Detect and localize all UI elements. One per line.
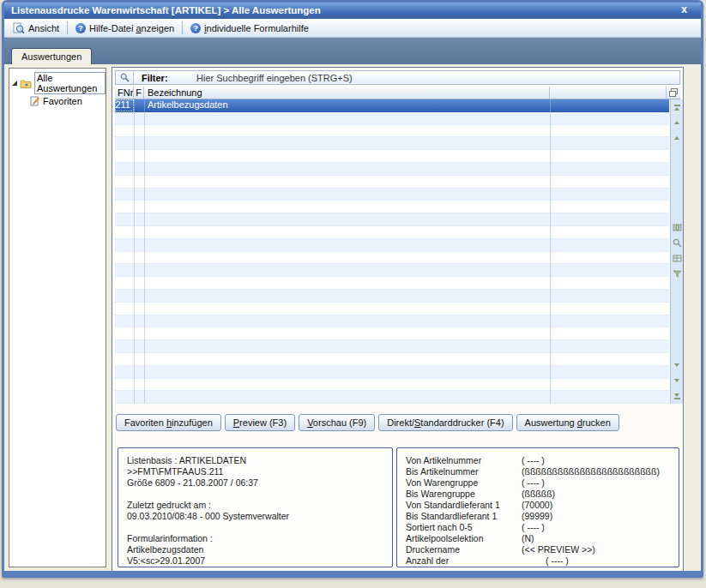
column-header-empty [550,87,667,99]
grid-body: 211 Artikelbezugsdaten [115,99,669,404]
toolbar: Ansicht ? Hilfe-Datei anzeigen ? individ… [4,19,701,38]
scroll-up-small-icon[interactable] [671,132,683,144]
vertical-scrollbar[interactable] [670,99,683,404]
column-header-bezeichnung[interactable]: Bezeichnung [144,87,550,99]
toolbar-item-ansicht[interactable]: Ansicht [8,21,64,36]
parameter-label: Anzahl der Druckwiederholungen [406,555,522,567]
columns-icon[interactable] [671,221,683,233]
list-info-panel: Listenbasis : ARTIKELDATEN>>FMT\FMTFAAUS… [118,447,393,567]
content-area: Alle Auswertungen Favoriten [4,64,701,571]
filter-funnel-icon[interactable] [671,267,683,279]
main-panel: Filter: FNr F Bezeichnung [112,67,684,572]
tree-item-label: Alle Auswertungen [34,72,106,94]
parameter-row: Von Artikelnummer ( ---- ) [406,455,670,466]
parameter-row: Von Warengruppe ( ---- ) [406,477,670,489]
parameter-row: Anzahl der Druckwiederholungen ( ---- ) [406,555,670,567]
parameter-value: (ßßßßßßßßßßßßßßßßßßßßßßßß) [522,466,670,477]
info-line: Artikelbezugsdaten [127,544,383,555]
tree-item-label: Favoriten [43,96,82,106]
info-line: Größe 6809 - 21.08.2007 / 06:37 [127,477,383,489]
parameter-value: ( ---- ) [522,455,670,466]
direkt-standarddrucker-button[interactable]: Direkt/Standarddrucker (F4) [378,414,512,431]
close-button[interactable]: x [678,3,691,19]
parameter-value: (70000) [522,500,670,511]
parameter-row: Artikelpoolselektion (N) [406,533,670,544]
app-window: Listenausdrucke Warenwirtschaft [ARTIKEL… [2,0,703,578]
filter-label: Filter: [142,73,195,83]
scroll-to-top-icon[interactable] [671,101,683,113]
column-chooser-icon[interactable] [667,87,680,99]
parameter-value: (ßßßßß) [522,489,670,500]
grid-line [144,99,145,404]
parameter-label: Von Standardlieferant 1 [406,500,522,511]
parameter-label: Druckername [406,544,522,555]
parameter-label: Bis Warengruppe [406,489,522,500]
vorschau-button[interactable]: Vorschau (F9) [299,414,375,431]
column-header-f[interactable]: F [134,87,144,99]
parameter-row: Druckername (<< PREVIEW >>) [406,544,670,555]
tree-item-alle-auswertungen[interactable]: Alle Auswertungen [9,72,106,94]
magnifier-document-icon [13,22,25,34]
search-icon [116,71,134,84]
navigation-tree: Alle Auswertungen Favoriten [9,68,106,567]
parameter-row: Von Standardlieferant 1 (70000) [406,500,670,511]
window-title: Listenausdrucke Warenwirtschaft [ARTIKEL… [11,5,321,15]
parameter-value: ( ---- ) [522,555,670,567]
toolbar-item-hilfe-datei[interactable]: ? Hilfe-Datei anzeigen [70,21,179,35]
grid-line [550,99,551,404]
parameter-value: (99999) [522,511,670,522]
parameter-row: Bis Artikelnummer (ßßßßßßßßßßßßßßßßßßßßß… [406,466,670,477]
table-row-selected[interactable]: 211 Artikelbezugsdaten [115,99,669,112]
info-line [127,489,383,500]
search-grid-icon[interactable] [671,237,683,249]
tab-strip: Auswertungen [4,38,701,64]
scroll-down-icon[interactable] [671,359,683,371]
parameter-value: ( ---- ) [522,477,670,489]
help-circle-icon: ? [190,23,201,33]
title-bar: Listenausdrucke Warenwirtschaft [ARTIKEL… [4,3,701,19]
parameter-row: Bis Warengruppe (ßßßßß) [406,489,670,500]
parameter-row: Sortiert nach 0-5 ( ---- ) [406,522,670,533]
action-buttons: Favoriten hinzufügen Preview (F3) Vorsch… [116,414,619,431]
parameter-label: Artikelpoolselektion [406,533,522,544]
toolbar-item-formularhilfe[interactable]: ? individuelle Formularhilfe [185,21,314,35]
grid-header: FNr F Bezeichnung [115,87,680,99]
parameter-label: Bis Artikelnummer [406,466,522,477]
preview-button[interactable]: Preview (F3) [225,414,295,431]
tree-item-favoriten[interactable]: Favoriten [9,96,106,106]
parameter-value: (N) [522,533,670,544]
scroll-down-small-icon[interactable] [671,375,683,387]
filter-bar: Filter: [115,70,680,85]
parameter-value: ( ---- ) [522,522,670,533]
info-line: 09.03.2010/08:48 - 000 Systemverwalter [127,511,383,522]
help-circle-icon: ? [75,23,86,33]
parameter-label: Sortiert nach 0-5 [406,522,522,533]
filter-input[interactable] [195,72,679,84]
parameter-row: Bis Standardlieferant 1 (99999) [406,511,670,522]
info-line: Listenbasis : ARTIKELDATEN [127,455,383,466]
screen: Listenausdrucke Warenwirtschaft [ARTIKEL… [0,0,706,588]
tab-auswertungen[interactable]: Auswertungen [11,48,92,64]
favoriten-hinzufuegen-button[interactable]: Favoriten hinzufügen [116,414,221,431]
toolbar-separator [182,21,183,34]
info-line [127,522,383,533]
parameter-label: Von Artikelnummer [406,455,522,466]
auswertung-drucken-button[interactable]: Auswertung drucken [516,414,619,431]
parameter-info-panel: Von Artikelnummer ( ---- ) Bis Artikelnu… [396,447,679,567]
scroll-up-icon[interactable] [671,117,683,129]
info-line: Formularinformation : [127,533,383,544]
info-line: >>FMT\FMTFAAUS.211 [127,466,383,477]
column-header-fnr[interactable]: FNr [115,87,134,99]
parameter-value: (<< PREVIEW >>) [522,544,670,555]
favorites-edit-icon [30,96,40,106]
parameter-label: Von Warengruppe [406,477,522,489]
summary-icon[interactable] [671,252,683,264]
parameter-label: Bis Standardlieferant 1 [406,511,522,522]
toolbar-separator [67,21,68,34]
info-line: V5:<sc>29.01.2007 [127,555,383,567]
info-line: Zuletzt gedruckt am : [127,500,383,511]
tree-expand-icon[interactable] [12,81,17,86]
scroll-to-bottom-icon[interactable] [671,390,683,402]
folder-reports-icon [20,79,32,88]
grid-line [134,99,135,404]
